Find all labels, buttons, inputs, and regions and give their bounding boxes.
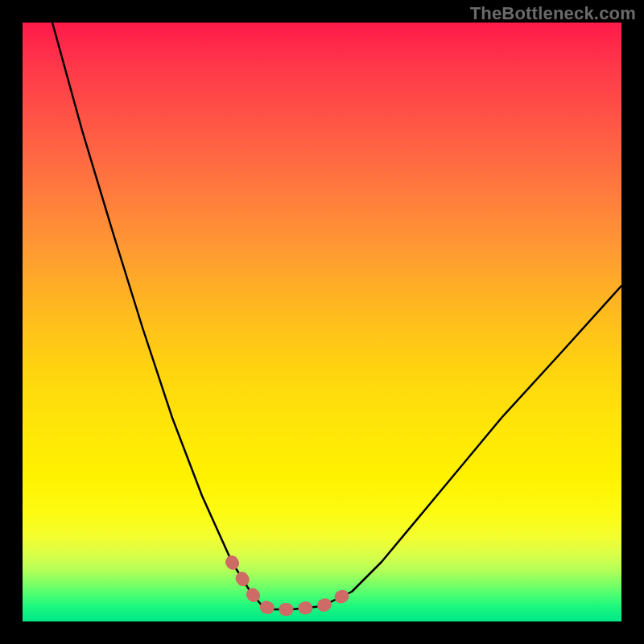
- optimal-range-highlight: [232, 562, 352, 609]
- watermark-text: TheBottleneck.com: [470, 3, 636, 24]
- plot-area: [23, 23, 621, 621]
- curve-svg: [23, 23, 621, 621]
- chart-frame: TheBottleneck.com: [0, 0, 644, 644]
- bottleneck-curve: [52, 23, 621, 609]
